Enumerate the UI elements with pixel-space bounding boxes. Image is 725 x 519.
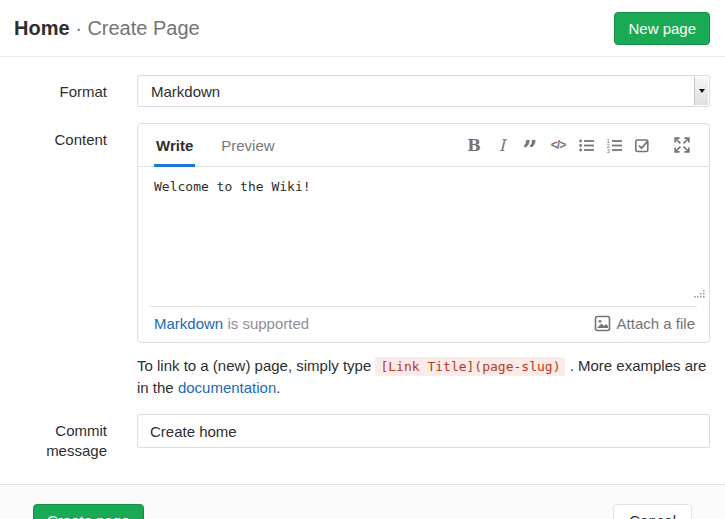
editor-toolbar: B I ” </> 123 <box>457 128 693 162</box>
numbered-list-icon[interactable]: 123 <box>603 133 625 157</box>
svg-text:3: 3 <box>606 148 610 154</box>
editor-tab-bar: Write Preview B I ” </> 123 <box>138 124 709 167</box>
quote-icon[interactable]: ” <box>519 138 541 162</box>
editor-body: Welcome to the Wiki! <box>138 167 709 306</box>
page-header: Home · Create Page New page <box>0 0 725 57</box>
attach-image-icon <box>594 315 611 332</box>
fullscreen-icon[interactable] <box>671 133 693 157</box>
editor-footer: Markdown is supported Attach a file <box>150 306 697 342</box>
commit-message-label: Commit message <box>0 414 122 461</box>
markdown-help-link[interactable]: Markdown <box>154 315 223 332</box>
link-hint: To link to a (new) page, simply type [Li… <box>137 355 710 398</box>
supported-text: is supported <box>227 315 309 332</box>
resize-grip[interactable] <box>692 287 706 304</box>
commit-message-row: Commit message <box>0 414 725 461</box>
documentation-link[interactable]: documentation <box>178 379 276 396</box>
attach-file-button[interactable]: Attach a file <box>594 315 695 332</box>
attach-file-label: Attach a file <box>617 315 695 332</box>
format-label: Format <box>0 75 122 107</box>
hint-after-link: . <box>276 379 280 396</box>
markdown-supported-note: Markdown is supported <box>154 315 309 332</box>
new-page-button[interactable]: New page <box>614 12 710 45</box>
format-select[interactable]: Markdown <box>137 75 710 107</box>
page-title: Home · Create Page <box>14 17 200 40</box>
task-list-icon[interactable] <box>631 133 653 157</box>
tab-preview[interactable]: Preview <box>219 124 276 167</box>
title-separator: · <box>75 17 82 39</box>
tab-write[interactable]: Write <box>154 124 195 167</box>
format-selected-value: Markdown <box>151 83 220 100</box>
bulleted-list-icon[interactable] <box>575 133 597 157</box>
link-syntax-code: [Link Title](page-slug) <box>375 357 565 376</box>
cancel-button[interactable]: Cancel <box>613 504 692 519</box>
markdown-editor: Write Preview B I ” </> 123 <box>137 123 710 343</box>
form-actions: Create page Cancel <box>0 484 725 519</box>
page-subtitle: Create Page <box>87 17 199 39</box>
code-icon[interactable]: </> <box>547 133 569 157</box>
wiki-page-name: Home <box>14 17 70 39</box>
italic-icon[interactable]: I <box>491 133 513 157</box>
content-textarea[interactable]: Welcome to the Wiki! <box>138 167 709 306</box>
content-row: Content Write Preview B I ” </> 123 <box>0 123 725 343</box>
content-label: Content <box>0 123 122 343</box>
select-dropdown-arrow-icon <box>694 77 708 105</box>
commit-message-input[interactable] <box>137 414 710 448</box>
bold-icon[interactable]: B <box>463 133 485 157</box>
hint-before-code: To link to a (new) page, simply type <box>137 357 375 374</box>
format-row: Format Markdown <box>0 75 725 107</box>
create-page-button[interactable]: Create page <box>33 504 144 519</box>
